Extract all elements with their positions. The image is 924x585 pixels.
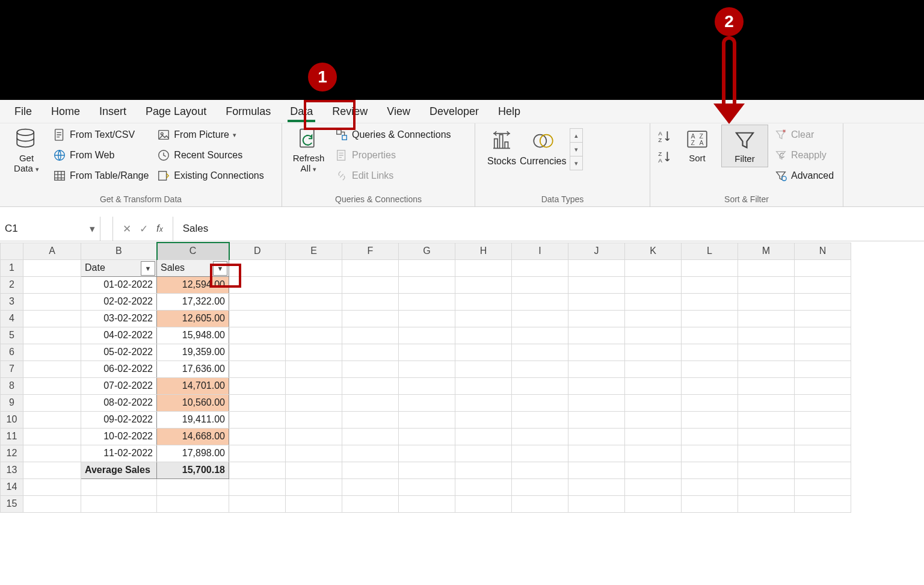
cell-H10[interactable]: [455, 411, 512, 428]
cell-C9[interactable]: 10,560.00: [157, 394, 229, 411]
cell-D5[interactable]: [229, 327, 286, 344]
row-header-7[interactable]: 7: [1, 361, 23, 377]
row-header-11[interactable]: 11: [1, 428, 23, 445]
cell-J4[interactable]: [568, 310, 625, 327]
cell-M13[interactable]: [738, 462, 795, 478]
cell-A5[interactable]: [23, 327, 81, 344]
cell-C13[interactable]: 15,700.18: [157, 462, 229, 478]
cell-N5[interactable]: [795, 327, 851, 344]
accept-formula-icon[interactable]: ✓: [140, 223, 148, 235]
cell-H4[interactable]: [455, 310, 512, 327]
cell-D7[interactable]: [229, 361, 286, 377]
row-header-6[interactable]: 6: [1, 344, 23, 361]
cell-J8[interactable]: [568, 377, 625, 394]
cell-H11[interactable]: [455, 428, 512, 445]
tab-help[interactable]: Help: [488, 102, 530, 122]
cell-C10[interactable]: 19,411.00: [157, 411, 229, 428]
cell-N9[interactable]: [795, 394, 851, 411]
cell-D11[interactable]: [229, 428, 286, 445]
cell-H1[interactable]: [455, 259, 512, 276]
cell-B14[interactable]: [81, 478, 157, 495]
cell-N7[interactable]: [795, 361, 851, 377]
cell-A14[interactable]: [23, 478, 81, 495]
cell-F11[interactable]: [342, 428, 399, 445]
cell-L14[interactable]: [682, 478, 738, 495]
cell-K9[interactable]: [625, 394, 682, 411]
cell-D6[interactable]: [229, 344, 286, 361]
row-header-10[interactable]: 10: [1, 411, 23, 428]
cell-F12[interactable]: [342, 445, 399, 462]
cell-G2[interactable]: [399, 276, 455, 293]
row-header-1[interactable]: 1: [1, 259, 23, 276]
cell-D14[interactable]: [229, 478, 286, 495]
cell-B1[interactable]: Date▼: [81, 259, 157, 276]
column-header-C[interactable]: C: [157, 243, 229, 259]
cell-F13[interactable]: [342, 462, 399, 478]
cell-H15[interactable]: [455, 495, 512, 512]
tab-home[interactable]: Home: [42, 102, 90, 122]
cell-N4[interactable]: [795, 310, 851, 327]
cell-L8[interactable]: [682, 377, 738, 394]
cell-N13[interactable]: [795, 462, 851, 478]
cell-H12[interactable]: [455, 445, 512, 462]
cell-F10[interactable]: [342, 411, 399, 428]
tab-developer[interactable]: Developer: [420, 102, 488, 122]
column-header-M[interactable]: M: [738, 243, 795, 259]
cell-J3[interactable]: [568, 293, 625, 310]
cell-F9[interactable]: [342, 394, 399, 411]
cell-A9[interactable]: [23, 394, 81, 411]
cell-J13[interactable]: [568, 462, 625, 478]
cell-E7[interactable]: [286, 361, 342, 377]
row-header-5[interactable]: 5: [1, 327, 23, 344]
cell-I2[interactable]: [512, 276, 568, 293]
cell-E15[interactable]: [286, 495, 342, 512]
row-header-12[interactable]: 12: [1, 445, 23, 462]
row-header-3[interactable]: 3: [1, 293, 23, 310]
cell-E14[interactable]: [286, 478, 342, 495]
cell-C2[interactable]: 12,594.00: [157, 276, 229, 293]
cell-M1[interactable]: [738, 259, 795, 276]
cell-M6[interactable]: [738, 344, 795, 361]
cell-H8[interactable]: [455, 377, 512, 394]
cell-J10[interactable]: [568, 411, 625, 428]
cell-D3[interactable]: [229, 293, 286, 310]
cell-C6[interactable]: 19,359.00: [157, 344, 229, 361]
cell-G11[interactable]: [399, 428, 455, 445]
cell-D1[interactable]: [229, 259, 286, 276]
cell-H7[interactable]: [455, 361, 512, 377]
cell-H9[interactable]: [455, 394, 512, 411]
cell-C4[interactable]: 12,605.00: [157, 310, 229, 327]
cell-A15[interactable]: [23, 495, 81, 512]
cell-K11[interactable]: [625, 428, 682, 445]
cell-A6[interactable]: [23, 344, 81, 361]
cell-C3[interactable]: 17,322.00: [157, 293, 229, 310]
cell-L12[interactable]: [682, 445, 738, 462]
cell-J14[interactable]: [568, 478, 625, 495]
cell-A4[interactable]: [23, 310, 81, 327]
cell-J12[interactable]: [568, 445, 625, 462]
cell-L5[interactable]: [682, 327, 738, 344]
properties-button[interactable]: Properties: [333, 145, 454, 166]
cell-G9[interactable]: [399, 394, 455, 411]
cell-D9[interactable]: [229, 394, 286, 411]
cell-D4[interactable]: [229, 310, 286, 327]
currencies-button[interactable]: Currencies: [520, 128, 566, 167]
cell-J5[interactable]: [568, 327, 625, 344]
cell-K4[interactable]: [625, 310, 682, 327]
cell-H6[interactable]: [455, 344, 512, 361]
queries-connections-button[interactable]: Queries & Connections: [333, 125, 454, 145]
cell-J9[interactable]: [568, 394, 625, 411]
cell-N11[interactable]: [795, 428, 851, 445]
cell-N3[interactable]: [795, 293, 851, 310]
cell-F4[interactable]: [342, 310, 399, 327]
cell-M8[interactable]: [738, 377, 795, 394]
row-header-9[interactable]: 9: [1, 394, 23, 411]
cell-L15[interactable]: [682, 495, 738, 512]
cell-F3[interactable]: [342, 293, 399, 310]
from-text-csv-button[interactable]: From Text/CSV: [51, 125, 151, 145]
cell-E1[interactable]: [286, 259, 342, 276]
cell-F1[interactable]: [342, 259, 399, 276]
cell-E4[interactable]: [286, 310, 342, 327]
cell-M4[interactable]: [738, 310, 795, 327]
cell-N14[interactable]: [795, 478, 851, 495]
